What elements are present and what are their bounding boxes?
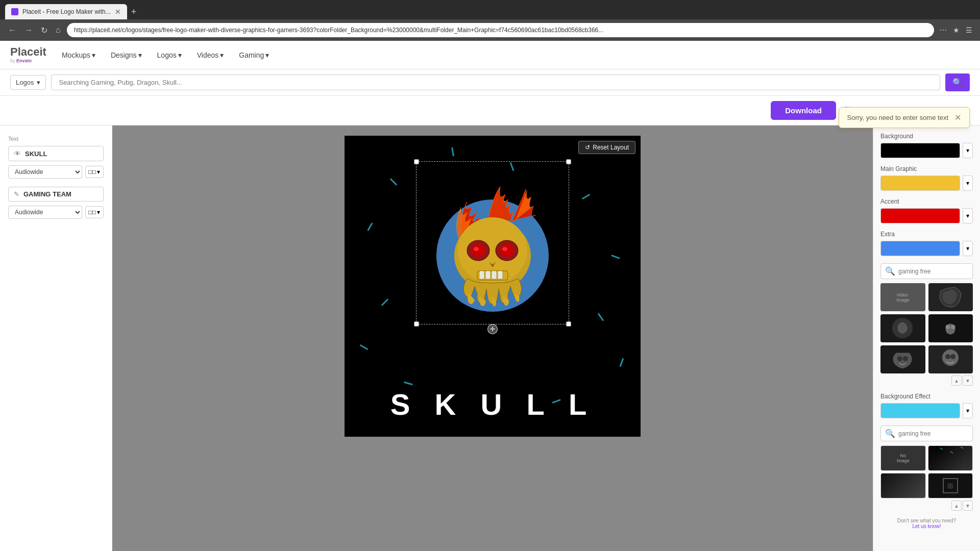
- graphic-search-section: 🔍 VideoImage: [880, 263, 973, 386]
- nav-mockups[interactable]: Mockups ▾: [62, 51, 95, 59]
- background-color-row: ▾: [880, 143, 973, 158]
- svg-point-22: [950, 354, 955, 359]
- canvas-area: ↺ Reset Layout: [112, 126, 873, 551]
- decoration-line: [611, 255, 620, 259]
- logo-canvas[interactable]: ✛ S K U L L: [345, 136, 641, 437]
- text-field-2: ✎ GAMING TEAM Audiowide □□ ▾: [8, 187, 104, 219]
- search-bar: Logos ▾ 🔍: [0, 69, 980, 96]
- background-section: Background ▾: [880, 133, 973, 158]
- browser-tab[interactable]: Placeit - Free Logo Maker with... ✕: [5, 4, 127, 19]
- bg-effect-search-input[interactable]: [898, 430, 975, 437]
- main-graphic-color-row: ▾: [880, 176, 973, 191]
- bg-effect-label: Background Effect: [880, 393, 973, 400]
- svg-point-5: [471, 244, 485, 257]
- bookmark-button[interactable]: ★: [951, 24, 961, 36]
- reset-layout-button[interactable]: ↺ Reset Layout: [578, 141, 635, 154]
- text-input-2-value: GAMING TEAM: [23, 190, 98, 198]
- svg-rect-10: [479, 271, 484, 279]
- background-color-picker[interactable]: ▾: [963, 143, 973, 158]
- accent-label: Accent: [880, 198, 973, 205]
- reload-button[interactable]: ↻: [39, 23, 50, 37]
- svg-rect-23: [935, 445, 966, 471]
- home-button[interactable]: ⌂: [54, 23, 63, 37]
- extensions-button[interactable]: ⋯: [938, 24, 948, 36]
- browser-menu-button[interactable]: ☰: [964, 24, 974, 36]
- extra-color-picker[interactable]: ▾: [963, 241, 973, 256]
- new-tab-button[interactable]: +: [127, 7, 141, 17]
- main-graphic-color-swatch[interactable]: [880, 176, 960, 191]
- accent-color-swatch[interactable]: [880, 208, 960, 223]
- decoration-line: [598, 313, 604, 321]
- download-button[interactable]: Download: [771, 101, 836, 120]
- graphic-grid: VideoImage: [880, 283, 973, 373]
- font-size-1: □□ ▾: [85, 166, 104, 178]
- decoration-line: [451, 147, 454, 156]
- font-select-1[interactable]: Audiowide: [8, 165, 82, 179]
- search-button[interactable]: 🔍: [945, 73, 970, 91]
- bg-effect-search-section: 🔍 NoImage: [880, 425, 973, 511]
- font-select-2[interactable]: Audiowide: [8, 206, 82, 219]
- decoration-line: [390, 178, 398, 186]
- bg-effect-color-picker[interactable]: ▾: [963, 403, 973, 418]
- tab-title: Placeit - Free Logo Maker with...: [22, 8, 111, 15]
- edit-icon-2[interactable]: ✎: [14, 190, 19, 198]
- graphic-thumb-3[interactable]: [928, 314, 973, 342]
- notification-text: Sorry, you need to enter some text: [847, 114, 948, 121]
- svg-point-6: [500, 244, 514, 257]
- search-icon: 🔍: [885, 429, 895, 438]
- notification-close-button[interactable]: ✕: [954, 113, 961, 122]
- top-navigation: Placeit by Envato Mockups ▾ Designs ▾ Lo…: [0, 41, 980, 69]
- graphic-grid-scroll-down[interactable]: ▼: [963, 375, 973, 386]
- nav-designs[interactable]: Designs ▾: [111, 51, 142, 59]
- main-graphic-color-picker[interactable]: ▾: [963, 176, 973, 191]
- nav-gaming[interactable]: Gaming ▾: [239, 51, 269, 59]
- logo-byline: by Envato: [10, 59, 46, 64]
- bg-effect-thumb-1[interactable]: [928, 445, 973, 471]
- decoration-line: [367, 222, 373, 231]
- decoration-line: [359, 344, 368, 350]
- tab-close-button[interactable]: ✕: [115, 8, 121, 16]
- background-label: Background: [880, 133, 973, 140]
- nav-videos[interactable]: Videos ▾: [197, 51, 224, 59]
- bg-effect-search-bar: 🔍: [880, 425, 973, 441]
- search-input[interactable]: [51, 74, 940, 90]
- nav-logos[interactable]: Logos ▾: [157, 51, 182, 59]
- no-image-label: NoImage: [897, 453, 910, 463]
- extra-label: Extra: [880, 231, 973, 238]
- accent-section: Accent ▾: [880, 198, 973, 223]
- graphic-search-input[interactable]: [898, 268, 975, 275]
- svg-point-16: [946, 325, 950, 329]
- graphic-thumb-5[interactable]: [928, 345, 973, 373]
- decoration-line: [404, 382, 413, 386]
- text-field-1: 👁 SKULL Audiowide □□ ▾: [8, 146, 104, 179]
- visibility-icon-1[interactable]: 👁: [14, 149, 21, 158]
- skull-graphic[interactable]: ✛: [416, 161, 569, 324]
- forward-button[interactable]: →: [22, 23, 35, 37]
- main-graphic-section: Main Graphic ▾: [880, 165, 973, 191]
- extra-color-swatch[interactable]: [880, 241, 960, 256]
- svg-point-7: [474, 247, 479, 251]
- accent-color-picker[interactable]: ▾: [963, 208, 973, 223]
- logo-text: Placeit: [10, 46, 46, 58]
- graphic-thumb-4[interactable]: [880, 345, 925, 373]
- chevron-down-icon: ▾: [97, 209, 100, 216]
- move-handle[interactable]: ✛: [487, 324, 498, 334]
- logo[interactable]: Placeit by Envato: [10, 46, 46, 63]
- skull-text: S K U L L: [390, 387, 595, 421]
- graphic-thumb-0[interactable]: VideoImage: [880, 283, 925, 311]
- search-category-selector[interactable]: Logos ▾: [10, 75, 46, 90]
- bg-effect-thumb-0[interactable]: NoImage: [880, 445, 926, 471]
- back-button[interactable]: ←: [6, 23, 18, 37]
- decoration-line: [381, 298, 388, 306]
- let-us-know-link[interactable]: Let us know!: [880, 523, 973, 529]
- background-color-swatch[interactable]: [880, 143, 960, 158]
- address-bar-input[interactable]: [67, 23, 934, 37]
- graphic-thumb-1[interactable]: [928, 283, 973, 311]
- bg-grid-scroll-up[interactable]: ▲: [951, 500, 962, 511]
- bg-grid-scroll-down[interactable]: ▼: [963, 500, 973, 511]
- graphic-grid-scroll-up[interactable]: ▲: [951, 375, 962, 386]
- bg-effect-color-swatch[interactable]: [880, 403, 960, 418]
- bg-effect-thumb-2[interactable]: [880, 473, 926, 498]
- graphic-thumb-2[interactable]: [880, 314, 925, 342]
- bg-effect-thumb-3[interactable]: ⊞: [928, 473, 973, 498]
